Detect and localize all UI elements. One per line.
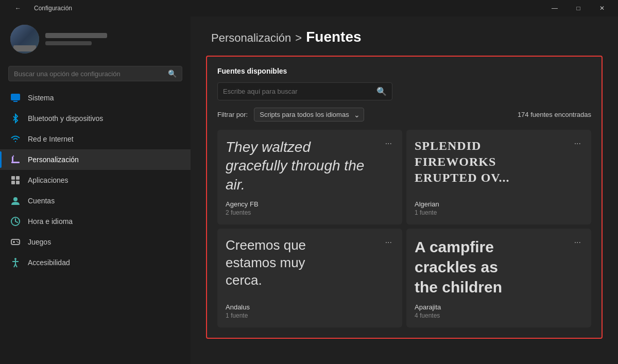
font-name-campfire: Aparajita [415,303,583,311]
titlebar-left: ← Configuración [6,0,72,16]
titlebar-controls: — □ ✕ [543,0,614,16]
bluetooth-icon [10,113,21,124]
main-content: Personalización > Fuentes Fuentes dispon… [191,16,618,364]
app-body: 🔍 Sistema Bluetooth y dispositivos Red e… [0,16,618,364]
font-name-algerian: Algerian [415,200,583,208]
fonts-search-icon: 🔍 [376,86,387,96]
sidebar-item-personalizacion[interactable]: Personalización [0,149,191,170]
sidebar-label-sistema: Sistema [28,94,54,102]
nav-list: Sistema Bluetooth y dispositivos Red e I… [0,85,191,364]
svg-point-17 [14,258,16,260]
cuentas-icon [10,196,21,206]
sidebar-item-cuentas[interactable]: Cuentas [0,190,191,211]
avatar-image [10,25,39,54]
sidebar-label-aplicaciones: Aplicaciones [28,176,68,184]
wifi-icon [10,134,21,144]
font-card-menu-algerian[interactable]: ··· [572,138,583,149]
sidebar-item-sistema[interactable]: Sistema [0,88,191,108]
font-count-campfire: 4 fuentes [415,312,583,319]
accesibilidad-icon [10,257,21,268]
aplicaciones-icon [10,175,21,185]
svg-point-9 [13,197,18,201]
breadcrumb: Personalización > Fuentes [191,16,618,56]
sidebar-label-cuentas: Cuentas [28,197,55,205]
search-icon: 🔍 [168,70,177,78]
sidebar-item-juegos[interactable]: Juegos [0,232,191,252]
close-button[interactable]: ✕ [590,0,614,16]
font-name-agency: Agency FB [226,200,394,208]
filter-select[interactable]: Scripts para todos los idiomasLatinoCirí… [254,108,364,122]
profile-info [45,33,107,45]
font-card-andalus-header: Creemos queestamos muycerca. ··· [226,237,394,289]
sidebar-label-hora: Hora e idioma [28,217,73,226]
sidebar-item-accesibilidad[interactable]: Accesibilidad [0,252,191,273]
back-button[interactable]: ← [6,0,30,16]
svg-rect-11 [11,239,20,245]
svg-rect-7 [11,181,15,184]
font-preview-andalus: Creemos queestamos muycerca. [226,237,383,289]
svg-rect-1 [13,101,18,102]
font-card-menu-agency[interactable]: ··· [383,138,394,149]
font-card-algerian-header: SPLENDIDFIREWORKSERUPTED OV... ··· [415,138,583,186]
sidebar-label-juegos: Juegos [28,238,51,246]
sidebar-label-bluetooth: Bluetooth y dispositivos [28,114,103,123]
font-card-footer-campfire: Aparajita 4 fuentes [415,303,583,319]
sidebar-item-hora[interactable]: Hora e idioma [0,211,191,232]
breadcrumb-parent: Personalización [211,31,291,45]
svg-rect-5 [11,176,15,180]
svg-point-16 [18,242,19,243]
font-card-footer-algerian: Algerian 1 fuente [415,200,583,216]
svg-marker-4 [13,155,14,157]
font-card-menu-andalus[interactable]: ··· [383,237,394,248]
hora-icon [10,216,21,227]
font-card-agency-fb[interactable]: They waltzedgracefully through theair. ·… [217,130,402,224]
sistema-icon [10,93,21,103]
font-card-algerian[interactable]: SPLENDIDFIREWORKSERUPTED OV... ··· Alger… [406,130,591,224]
settings-search-input[interactable] [14,70,164,78]
svg-point-15 [16,241,18,242]
font-preview-campfire: A campfirecrackles asthe children [415,237,572,297]
font-name-andalus: Andalus [226,303,394,311]
fonts-search-input[interactable] [223,88,372,95]
breadcrumb-separator: > [295,31,302,45]
sidebar-item-aplicaciones[interactable]: Aplicaciones [0,170,191,190]
sidebar-label-personalizacion: Personalización [28,155,79,164]
maximize-button[interactable]: □ [566,0,590,16]
fonts-search-bar[interactable]: 🔍 [217,82,392,100]
filter-count: 174 fuentes encontradas [518,111,591,118]
minimize-button[interactable]: — [543,0,566,16]
font-card-andalus[interactable]: Creemos queestamos muycerca. ··· Andalus… [217,229,402,327]
font-count-agency: 2 fuentes [226,209,394,216]
sidebar-item-red[interactable]: Red e Internet [0,129,191,149]
profile-name [45,33,107,38]
font-count-andalus: 1 fuente [226,312,394,319]
sidebar: 🔍 Sistema Bluetooth y dispositivos Red e… [0,16,191,364]
settings-search-bar[interactable]: 🔍 [8,66,182,81]
titlebar: ← Configuración — □ ✕ [0,0,618,16]
fonts-panel: Fuentes disponibles 🔍 Filtrar por: Scrip… [206,56,603,339]
svg-line-21 [15,264,17,267]
font-count-algerian: 1 fuente [415,209,583,216]
font-card-agency-header: They waltzedgracefully through theair. ·… [226,138,394,194]
font-preview-agency: They waltzedgracefully through theair. [226,138,383,194]
juegos-icon [10,237,21,247]
svg-rect-3 [12,157,13,162]
content-area: Fuentes disponibles 🔍 Filtrar por: Scrip… [191,56,618,364]
svg-rect-2 [11,162,20,163]
profile-subtitle [45,41,92,45]
avatar [10,25,39,54]
filter-select-wrapper[interactable]: Scripts para todos los idiomasLatinoCirí… [254,108,364,122]
svg-rect-6 [16,176,20,180]
sidebar-item-bluetooth[interactable]: Bluetooth y dispositivos [0,108,191,129]
filter-row: Filtrar por: Scripts para todos los idio… [217,108,591,122]
titlebar-title: Configuración [34,5,72,12]
sidebar-label-accesibilidad: Accesibilidad [28,258,70,267]
font-preview-algerian: SPLENDIDFIREWORKSERUPTED OV... [415,138,572,186]
fonts-grid: They waltzedgracefully through theair. ·… [217,130,591,327]
font-card-menu-campfire[interactable]: ··· [572,237,583,248]
font-card-footer-agency: Agency FB 2 fuentes [226,200,394,216]
svg-rect-0 [11,94,20,100]
fonts-panel-title: Fuentes disponibles [217,67,591,75]
filter-label: Filtrar por: [217,111,248,118]
font-card-campfire[interactable]: A campfirecrackles asthe children ··· Ap… [406,229,591,327]
